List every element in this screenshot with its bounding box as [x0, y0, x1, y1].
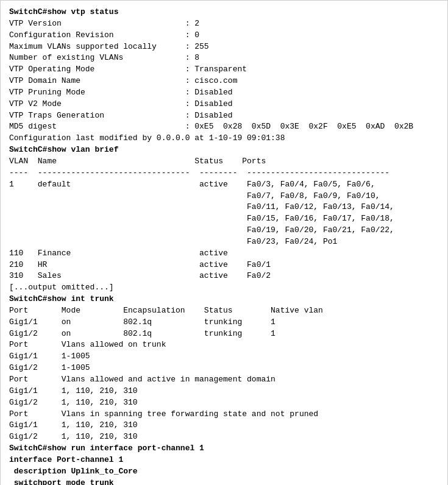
terminal-line-l2: VTP Version : 2 [9, 18, 439, 30]
terminal-line-l16: VLAN Name Status Ports [9, 156, 439, 168]
terminal-line-l14: SwitchC#show vlan brief [9, 144, 439, 156]
terminal-line-l17: ---- -------------------------------- --… [9, 168, 439, 179]
terminal-line-l40: Gig1/2 1, 110, 210, 310 [9, 397, 439, 409]
terminal-line-l29: SwitchC#show int trunk [9, 294, 439, 305]
terminal-line-l30: Port Mode Encapsulation Status Native vl… [9, 305, 439, 317]
terminal-line-l27: [...output omitted...] [9, 282, 439, 294]
terminal-line-l20: Fa0/11, Fa0/12, Fa0/13, Fa0/14, [9, 202, 439, 213]
terminal-line-l39: Gig1/1 1, 110, 210, 310 [9, 386, 439, 397]
terminal-line-l34: Port Vlans allowed on trunk [9, 339, 439, 351]
terminal-line-l35: Gig1/1 1-1005 [9, 351, 439, 363]
terminal-line-l38: Port Vlans allowed and active in managem… [9, 374, 439, 386]
terminal-line-l43: Gig1/1 1, 110, 210, 310 [9, 420, 439, 431]
terminal-line-l9: VTP V2 Mode : Disabled [9, 99, 439, 110]
terminal-output: SwitchC#show vtp statusVTP Version : 2Co… [0, 0, 448, 485]
terminal-line-l22: Fa0/19, Fa0/20, Fa0/21, Fa0/22, [9, 225, 439, 236]
terminal-line-l44: Gig1/2 1, 110, 210, 310 [9, 431, 439, 443]
terminal-line-l26: 310 Sales active Fa0/2 [9, 271, 439, 282]
terminal-line-l31: Gig1/1 on 802.1q trunking 1 [9, 317, 439, 328]
terminal-line-l11: MD5 digest : 0xE5 0x28 0x5D 0x3E 0x2F 0x… [9, 121, 439, 133]
terminal-line-l42: Port Vlans in spanning tree forwarding s… [9, 409, 439, 420]
terminal-line-l3: Configuration Revision : 0 [9, 30, 439, 41]
terminal-line-l7: VTP Domain Name : cisco.com [9, 76, 439, 87]
terminal-line-l49: switchport mode trunk [9, 478, 439, 485]
terminal-line-l46: SwitchC#show run interface port-channel … [9, 443, 439, 455]
terminal-line-l25: 210 HR active Fa0/1 [9, 260, 439, 271]
terminal-line-l21: Fa0/15, Fa0/16, Fa0/17, Fa0/18, [9, 213, 439, 225]
terminal-line-l48: description Uplink_to_Core [9, 466, 439, 478]
terminal-line-l4: Maximum VLANs supported locally : 255 [9, 41, 439, 53]
terminal-line-l19: Fa0/7, Fa0/8, Fa0/9, Fa0/10, [9, 191, 439, 202]
terminal-line-l12: Configuration last modified by 0.0.0.0 a… [9, 133, 439, 144]
terminal-line-l8: VTP Pruning Mode : Disabled [9, 87, 439, 99]
terminal-line-l1: SwitchC#show vtp status [9, 7, 439, 18]
terminal-line-l47: interface Port-channel 1 [9, 455, 439, 466]
terminal-line-l18: 1 default active Fa0/3, Fa0/4, Fa0/5, Fa… [9, 179, 439, 191]
terminal-line-l5: Number of existing VLANs : 8 [9, 52, 439, 64]
terminal-line-l32: Gig1/2 on 802.1q trunking 1 [9, 328, 439, 340]
terminal-line-l10: VTP Traps Generation : Disabled [9, 110, 439, 122]
terminal-line-l24: 110 Finance active [9, 248, 439, 260]
terminal-line-l36: Gig1/2 1-1005 [9, 363, 439, 374]
terminal-line-l23: Fa0/23, Fa0/24, Po1 [9, 236, 439, 248]
terminal-line-l6: VTP Operating Mode : Transparent [9, 64, 439, 76]
